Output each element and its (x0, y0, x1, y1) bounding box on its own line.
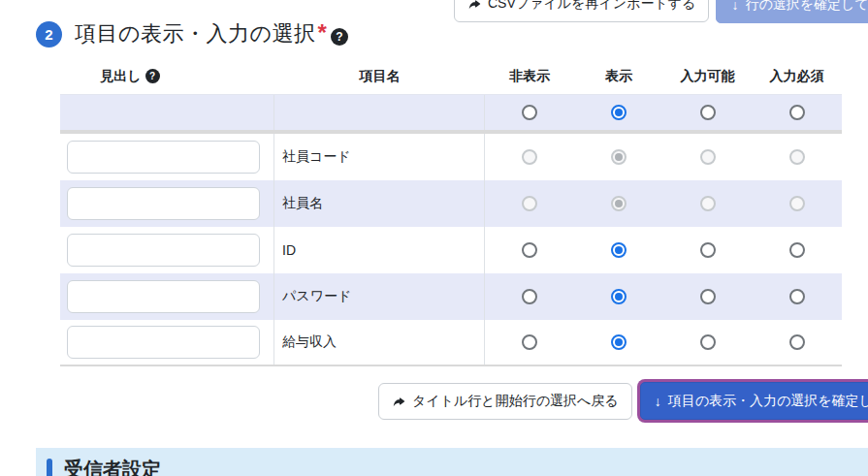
column-header-editable: 入力可能 (663, 58, 752, 94)
item-name-cell: 給与収入 (274, 320, 485, 365)
radio-cell-hidden (485, 320, 574, 365)
radio-visible[interactable] (611, 289, 627, 304)
heading-cell (60, 134, 274, 180)
heading-input[interactable] (67, 280, 260, 313)
heading-cell (60, 180, 274, 227)
item-row: パスワード (60, 273, 842, 320)
radio-required[interactable] (789, 334, 805, 350)
item-row: 社員コード (60, 134, 842, 180)
item-name-cell: 社員名 (274, 180, 485, 227)
heading-cell (60, 320, 274, 365)
top-action-bar: CSVファイルを再インポートする ↓ 行の選択を確定して次へ (454, 0, 868, 23)
bulk-radio-hidden[interactable] (522, 105, 537, 120)
radio-cell-visible (574, 180, 663, 227)
radio-visible (611, 196, 627, 211)
heading-input[interactable] (67, 141, 260, 174)
radio-cell-visible (574, 273, 663, 320)
column-header-visible: 表示 (574, 58, 663, 94)
radio-cell-required (752, 180, 842, 227)
confirm-item-selection-button[interactable]: ↓ 項目の表示・入力の選択を確定して次へ (640, 382, 868, 420)
down-arrow-icon: ↓ (655, 394, 661, 409)
radio-cell-editable (663, 320, 752, 365)
column-header-hidden: 非表示 (485, 58, 574, 94)
confirm-item-selection-label: 項目の表示・入力の選択を確定して次へ (668, 393, 868, 410)
radio-cell-hidden (485, 134, 574, 180)
radio-editable[interactable] (700, 289, 716, 304)
item-name-cell: パスワード (274, 273, 485, 320)
item-name-label: 給与収入 (282, 333, 337, 351)
share-arrow-icon (467, 0, 481, 11)
radio-cell-hidden (485, 95, 574, 130)
radio-visible (611, 149, 627, 165)
recipient-settings-section: 受信者設定 (36, 448, 868, 476)
radio-required[interactable] (789, 242, 805, 258)
heading-input[interactable] (67, 326, 260, 359)
radio-cell-hidden (485, 180, 574, 227)
table-header-row: 見出し ? 項目名 非表示 表示 入力可能 入力必須 (60, 58, 842, 94)
radio-hidden[interactable] (522, 289, 537, 304)
heading-cell (60, 95, 274, 130)
radio-cell-hidden (485, 273, 574, 320)
radio-cell-visible (574, 320, 663, 365)
back-to-title-row-label: タイトル行と開始行の選択へ戻る (412, 393, 619, 410)
radio-cell-required (752, 273, 842, 320)
radio-hidden (522, 149, 537, 165)
item-name-label: 社員名 (282, 195, 323, 212)
item-name-cell: ID (274, 227, 485, 273)
reimport-csv-button[interactable]: CSVファイルを再インポートする (454, 0, 709, 22)
back-to-title-row-button[interactable]: タイトル行と開始行の選択へ戻る (378, 383, 632, 420)
bulk-select-row (60, 94, 842, 134)
radio-hidden[interactable] (522, 334, 537, 350)
section-heading: 2 項目の表示・入力の選択 * ? (36, 19, 348, 48)
heading-help-icon[interactable]: ? (145, 69, 160, 83)
item-name-label: ID (282, 242, 296, 258)
heading-input[interactable] (67, 234, 260, 267)
bulk-radio-visible[interactable] (611, 105, 627, 120)
heading-cell (60, 227, 274, 273)
radio-cell-hidden (485, 227, 574, 273)
item-name-label: パスワード (282, 288, 351, 305)
confirm-row-selection-button[interactable]: ↓ 行の選択を確定して次へ (716, 0, 868, 23)
down-arrow-icon: ↓ (731, 0, 738, 13)
table-body: 社員コード社員名IDパスワード給与収入 (60, 94, 842, 366)
radio-cell-editable (663, 180, 752, 227)
item-name-label: 社員コード (282, 148, 351, 166)
radio-visible[interactable] (611, 242, 627, 258)
step-number-badge: 2 (36, 21, 62, 48)
item-row: 社員名 (60, 180, 842, 227)
radio-required (789, 149, 805, 165)
item-name-cell: 社員コード (274, 134, 485, 180)
radio-editable (700, 196, 716, 211)
radio-cell-visible (574, 227, 663, 273)
share-arrow-icon (392, 395, 405, 408)
radio-cell-visible (574, 134, 663, 180)
radio-editable[interactable] (700, 242, 716, 258)
bulk-radio-required[interactable] (789, 105, 805, 120)
bulk-radio-editable[interactable] (700, 105, 716, 120)
radio-cell-editable (663, 95, 752, 130)
radio-cell-editable (663, 227, 752, 273)
heading-input[interactable] (67, 187, 260, 220)
column-header-heading: 見出し ? (60, 58, 274, 94)
footer-action-bar: タイトル行と開始行の選択へ戻る ↓ 項目の表示・入力の選択を確定して次へ (378, 382, 868, 420)
required-asterisk: * (318, 21, 327, 45)
radio-cell-required (752, 227, 842, 273)
radio-required (789, 196, 805, 211)
section-help-icon[interactable]: ? (331, 28, 348, 46)
radio-cell-editable (663, 134, 752, 180)
item-name-cell (274, 95, 485, 130)
confirm-row-selection-label: 行の選択を確定して次へ (745, 0, 868, 14)
reimport-csv-label: CSVファイルを再インポートする (488, 0, 695, 13)
radio-hidden[interactable] (522, 242, 537, 258)
radio-cell-visible (574, 95, 663, 130)
radio-editable[interactable] (700, 334, 716, 350)
section-title: 項目の表示・入力の選択 (75, 19, 316, 48)
item-selection-table: 見出し ? 項目名 非表示 表示 入力可能 入力必須 社員コード社員名IDパスワ… (60, 58, 842, 366)
heading-column-label: 見出し (100, 68, 141, 85)
radio-cell-required (752, 95, 842, 130)
column-header-item-name: 項目名 (274, 58, 485, 94)
radio-visible[interactable] (611, 334, 627, 350)
radio-required[interactable] (789, 289, 805, 304)
section-accent-bar (47, 459, 52, 476)
recipient-settings-title: 受信者設定 (64, 457, 161, 476)
